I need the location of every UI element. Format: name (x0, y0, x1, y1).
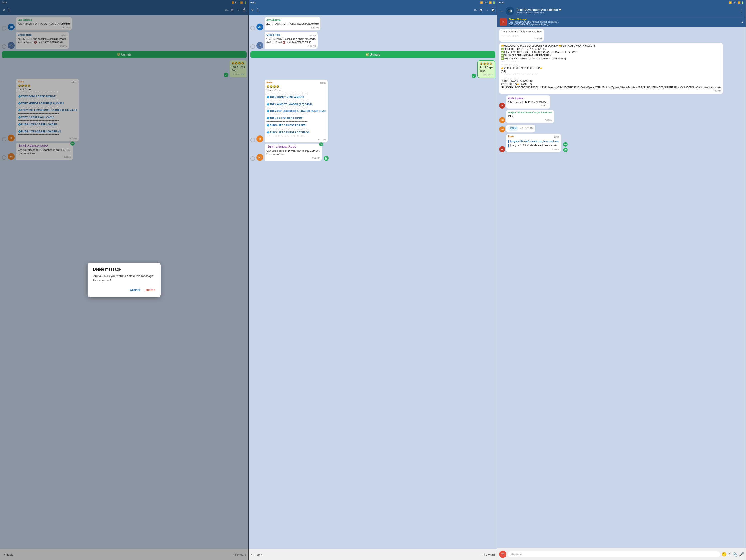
message-text: CKS,#CODMHACKS,#passwords,#keys---------… (501, 30, 542, 37)
message-time: 9:22 AM ✓ (480, 73, 493, 76)
message-text: 😁WELCOME TO TAMIL DEVELOPERS ASSOCIATION… (501, 44, 721, 89)
delete-dialog: Delete message Are you sure you want to … (88, 263, 161, 297)
message-bubble: Aoshi Legazpi /ESP_HACK_FOR_PUBG_NEWSTAT… (506, 95, 550, 109)
pin-avatar: R (499, 18, 507, 26)
sender-name: Rose (508, 135, 514, 139)
message-time: 7:52 AM (501, 90, 721, 92)
at-badge: @ (324, 156, 329, 161)
message-checkbox[interactable] (251, 156, 255, 161)
message-time: 8:00 AM (525, 127, 533, 130)
message-text: 🤣🤣🤣🤣| Esp 2.6 apk=======================… (266, 85, 326, 138)
notification-badge: 84 (319, 142, 323, 146)
group-info[interactable]: Tamil Developers Association ✱ 10176 mem… (516, 8, 737, 14)
copy-icon-2[interactable]: ⧉ (480, 8, 482, 12)
avatar: HU (499, 117, 505, 123)
sender-name: hengker 124 don't slander me,im normal u… (508, 111, 552, 114)
time-3: 9:22 (499, 1, 504, 4)
message-text: VPN (508, 115, 552, 118)
message-checkbox[interactable] (251, 26, 255, 30)
message-time: 9:22 AM (266, 156, 320, 159)
reply-sender: hengker 124 don't slander me,im normal u… (510, 140, 559, 143)
bottom-bar-2: ↩ Reply → Forward (249, 549, 497, 560)
mic-icon[interactable]: 🎤 (739, 552, 744, 557)
chat-area-3: CKS,#CODMHACKS,#passwords,#keys---------… (497, 27, 746, 548)
more-options-icon[interactable]: ⋮ (739, 8, 744, 14)
reply-button[interactable]: ↩ Reply (251, 553, 262, 556)
avatar: HU (499, 126, 505, 132)
status-icons-3: 📶 LTE 📶 🔋 (729, 1, 744, 4)
message-checkbox[interactable] (251, 44, 255, 49)
reply-label: Reply (254, 553, 262, 556)
lte-label-3: LTE (733, 1, 737, 4)
message-text: Can you please fix 10 year ban in only E… (266, 149, 320, 156)
avatar: R (499, 146, 505, 152)
delete-button[interactable]: Delete (146, 287, 155, 293)
toolbar-right-2: ✏ ⧉ → 🗑 (474, 8, 495, 12)
attach-icon[interactable]: 📎 (733, 552, 738, 557)
table-row: SG 【H N】人Shikaari人GOD Can you please fix… (251, 144, 495, 161)
pin-subtext: CKS,#CODMHACKS,#passwords,#keys (509, 23, 740, 26)
panel-1: 9:22 📶 LTE 📶 🔋 ✕ 1 ✏ ⧉ → 🗑 JS Jay Sharma (0, 0, 249, 560)
delete-icon-2[interactable]: 🗑 (491, 8, 495, 12)
sender-name: Aoshi Legazpi (508, 97, 548, 100)
message-text: | hengker 124 don't slander me,im normal… (508, 144, 559, 147)
message-time: 9:22 AM (266, 138, 326, 141)
admin-badge: admin (320, 82, 326, 85)
battery-icon-2: 🔋 (492, 1, 495, 4)
avatar: R (256, 136, 263, 142)
message-bubble: 【H N】人Shikaari人GOD Can you please fix 10… (265, 144, 322, 161)
unmute-button[interactable]: ✅ Unmute (251, 51, 495, 58)
signal-icon-3: 📶 (738, 1, 740, 4)
table-row: 🛡 Group Help admin f [6112604012] is sen… (251, 32, 495, 49)
close-icon-2[interactable]: ✕ (251, 8, 254, 12)
panel-2: 9:22 📶 LTE 📶 🔋 ✕ 1 ✏ ⧉ → 🗑 JS Jay Sharma… (249, 0, 497, 560)
forward-icon: → (480, 553, 483, 556)
cancel-button[interactable]: Cancel (130, 287, 140, 293)
sender-name: Rose (266, 81, 272, 84)
svg-text:TD: TD (508, 9, 512, 13)
back-button[interactable]: ← (499, 9, 504, 13)
message-checkbox[interactable] (251, 138, 255, 142)
badges-container: 88 @ (563, 142, 568, 152)
forward-button[interactable]: → Forward (480, 553, 495, 556)
edit-icon-2[interactable]: ✏ (474, 8, 477, 12)
pin-options-icon[interactable]: ≡ (742, 20, 744, 24)
group-name: Tamil Developers Association ✱ (516, 8, 737, 11)
wifi-icon-3: 📶 (729, 1, 731, 4)
wifi-icon-2: 📶 (480, 1, 483, 4)
admin-badge: admin (554, 136, 560, 139)
member-count: 10176 members, 209 online (516, 11, 737, 14)
avatar: JS (256, 24, 263, 30)
table-row: 🤣🤣🤣🤣Esp 2.6 apk#esp 9:22 AM ✓ ✓ (251, 60, 495, 78)
pinned-message-bar[interactable]: R Pinned Message Paid Antiban Available … (497, 17, 746, 27)
message-placeholder: Message (511, 553, 522, 556)
dialog-buttons: Cancel Delete (93, 287, 155, 293)
status-icons-2: 📶 LTE 📶 🔋 (480, 1, 495, 4)
message-input-area: TD Message 🙂 🗒 📎 🎤 (497, 548, 746, 560)
sender-name: Jay Sharma (266, 18, 319, 22)
forward-icon-2[interactable]: → (485, 8, 488, 12)
message-time: 7:49 AM (501, 37, 542, 40)
reply-count: ↩ 1 (520, 127, 523, 130)
chat-header: ← TD Tamil Developers Association ✱ 1017… (497, 5, 746, 17)
message-bubble: Rose admin 🤣🤣🤣🤣| Esp 2.6 apk============… (265, 80, 327, 142)
message-input[interactable]: Message (508, 551, 720, 557)
message-time: 9:12 AM (266, 26, 319, 29)
forward-label: Forward (484, 553, 495, 556)
table-row: HU #VPN ↩ 1 8:00 AM (499, 124, 744, 132)
message-bubble: Group Help admin f [6112604012] is sendi… (265, 32, 318, 49)
table-row: R Rose admin 🤣🤣🤣🤣| Esp 2.6 apk==========… (251, 80, 495, 142)
message-bubble: Rose admin hengker 124 don't slander me,… (506, 134, 561, 152)
message-bubble: CKS,#CODMHACKS,#passwords,#keys---------… (499, 29, 544, 41)
pin-text: Paid Antiban Available Aimbot Injector S… (509, 21, 740, 23)
group-avatar: TD (506, 7, 514, 15)
emoji-icon[interactable]: 🙂 (721, 552, 726, 557)
sticker-icon[interactable]: 🗒 (728, 553, 731, 556)
message-text: /ESP_HACK_FOR_PUBG_NEWSTATEffffffffffff (266, 22, 319, 26)
avatar: 🛡 (256, 42, 263, 49)
pin-label: Pinned Message (509, 18, 740, 21)
chat-area-2: JS Jay Sharma /ESP_HACK_FOR_PUBG_NEWSTAT… (249, 15, 497, 549)
message-checkbox[interactable]: ✓ (471, 73, 476, 78)
user-avatar: TD (499, 551, 507, 558)
reply-icon: ↩ (251, 553, 254, 556)
